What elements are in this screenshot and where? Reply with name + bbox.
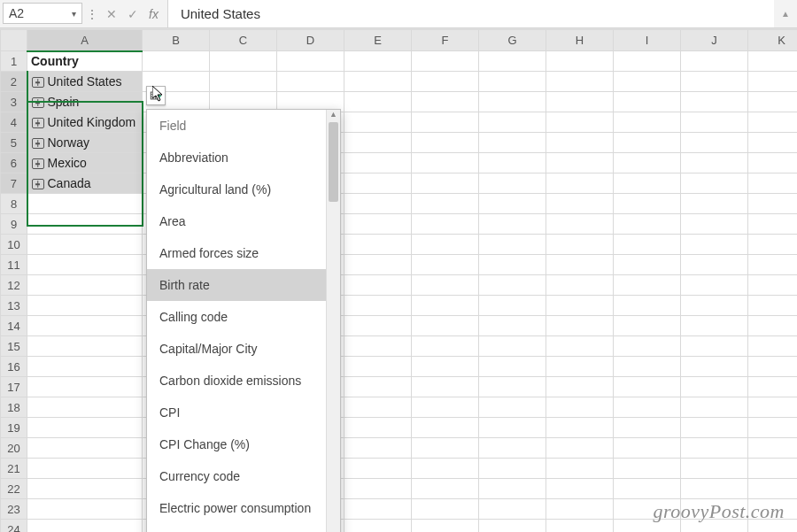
cell[interactable] — [614, 438, 681, 459]
cell[interactable] — [479, 479, 546, 499]
cell[interactable] — [479, 520, 546, 533]
cell[interactable] — [546, 520, 614, 533]
row-header[interactable]: 11 — [1, 255, 27, 275]
row-header[interactable]: 13 — [1, 296, 27, 316]
cell[interactable] — [748, 214, 798, 235]
cell[interactable] — [412, 51, 479, 72]
cell[interactable] — [614, 418, 681, 438]
field-list-item[interactable]: Agricultural land (%) — [147, 173, 326, 205]
cell[interactable] — [748, 255, 798, 275]
cell[interactable] — [546, 336, 614, 357]
row-header[interactable]: 17 — [1, 377, 27, 397]
cell-header[interactable]: Country — [27, 51, 143, 72]
cell-country[interactable]: United States — [27, 72, 143, 92]
cell[interactable] — [614, 316, 681, 336]
cell[interactable] — [546, 153, 614, 173]
cell[interactable] — [546, 296, 614, 316]
enter-icon[interactable]: ✓ — [128, 7, 138, 21]
cell[interactable] — [748, 316, 798, 336]
cell[interactable] — [681, 153, 748, 173]
cell[interactable] — [412, 377, 479, 397]
cell[interactable] — [546, 377, 614, 397]
cell[interactable] — [479, 397, 546, 418]
cell[interactable] — [748, 153, 798, 173]
cell[interactable] — [614, 112, 681, 133]
row-header[interactable]: 21 — [1, 459, 27, 479]
cell[interactable] — [344, 459, 412, 479]
cell[interactable] — [344, 51, 412, 72]
cell[interactable] — [681, 51, 748, 72]
cell[interactable] — [748, 336, 798, 357]
cell[interactable] — [748, 194, 798, 214]
cell[interactable] — [479, 275, 546, 296]
cell[interactable] — [479, 72, 546, 92]
cell[interactable] — [479, 153, 546, 173]
cell[interactable] — [681, 173, 748, 194]
cell[interactable] — [412, 92, 479, 112]
row-header[interactable]: 3 — [1, 92, 27, 112]
cell[interactable] — [344, 194, 412, 214]
cell[interactable] — [546, 194, 614, 214]
cell[interactable] — [412, 173, 479, 194]
cell[interactable] — [27, 438, 143, 459]
cell[interactable] — [27, 275, 143, 296]
cell[interactable] — [681, 296, 748, 316]
cell[interactable] — [748, 397, 798, 418]
cell[interactable] — [681, 112, 748, 133]
cell[interactable] — [546, 51, 614, 72]
select-all-corner[interactable] — [1, 30, 27, 51]
cell[interactable] — [614, 173, 681, 194]
cell[interactable] — [412, 72, 479, 92]
field-list-item[interactable]: Birth rate — [147, 269, 326, 301]
cell[interactable] — [277, 72, 344, 92]
cell[interactable] — [614, 520, 681, 533]
resize-handle-icon[interactable]: ⋮ — [85, 0, 97, 27]
cell[interactable] — [344, 520, 412, 533]
cell[interactable] — [748, 520, 798, 533]
cell[interactable] — [479, 214, 546, 235]
cell[interactable] — [412, 336, 479, 357]
cell[interactable] — [681, 255, 748, 275]
cell[interactable] — [27, 235, 143, 255]
cell[interactable] — [546, 459, 614, 479]
cell[interactable] — [344, 133, 412, 153]
cell[interactable] — [546, 133, 614, 153]
cell[interactable] — [681, 316, 748, 336]
cell[interactable] — [681, 397, 748, 418]
cell[interactable] — [614, 296, 681, 316]
cell[interactable] — [412, 275, 479, 296]
row-header[interactable]: 5 — [1, 133, 27, 153]
cell[interactable] — [614, 397, 681, 418]
column-header[interactable]: B — [143, 30, 210, 51]
cell[interactable] — [344, 438, 412, 459]
cell[interactable] — [27, 499, 143, 520]
cell[interactable] — [546, 235, 614, 255]
cell[interactable] — [748, 112, 798, 133]
cell[interactable] — [681, 336, 748, 357]
cell[interactable] — [27, 336, 143, 357]
cell[interactable] — [27, 397, 143, 418]
cell[interactable] — [681, 377, 748, 397]
column-header[interactable]: E — [344, 30, 412, 51]
cell[interactable] — [344, 235, 412, 255]
cell[interactable] — [412, 235, 479, 255]
cell[interactable] — [27, 214, 143, 235]
name-box[interactable]: A2 ▾ — [3, 3, 82, 24]
row-header[interactable]: 6 — [1, 153, 27, 173]
cell[interactable] — [412, 418, 479, 438]
cell[interactable] — [681, 459, 748, 479]
cell[interactable] — [27, 520, 143, 533]
cell[interactable] — [27, 296, 143, 316]
cell[interactable] — [546, 438, 614, 459]
cell-country[interactable]: Spain — [27, 92, 143, 112]
column-header[interactable]: G — [479, 30, 546, 51]
cell[interactable] — [344, 418, 412, 438]
cell[interactable] — [614, 72, 681, 92]
field-list-item[interactable]: Currency code — [147, 460, 326, 492]
cell[interactable] — [748, 173, 798, 194]
cell-country[interactable]: Mexico — [27, 153, 143, 173]
cell[interactable] — [546, 275, 614, 296]
cell[interactable] — [412, 133, 479, 153]
cell[interactable] — [546, 357, 614, 377]
cell[interactable] — [412, 296, 479, 316]
